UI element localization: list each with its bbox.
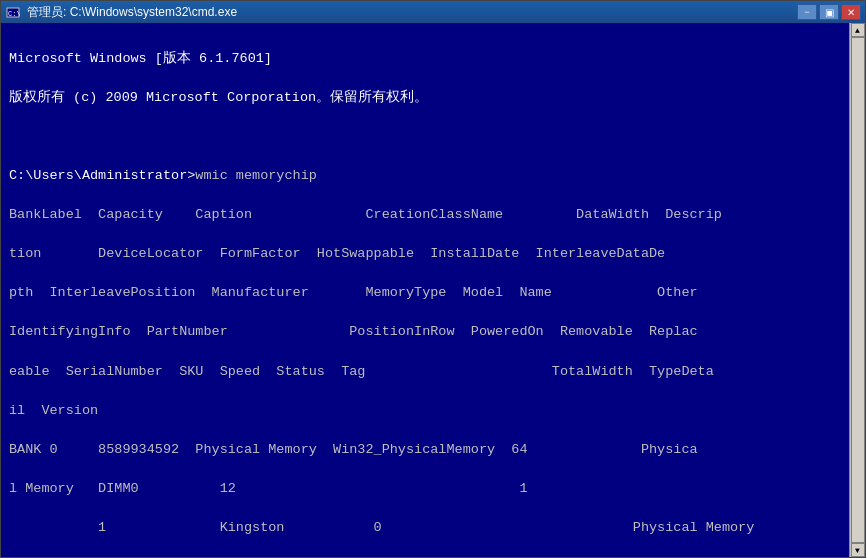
restore-button[interactable]: ▣ [819, 4, 839, 20]
line-3 [9, 127, 857, 147]
app-icon: C:\ [5, 4, 21, 20]
line-11: BANK 0 8589934592 Physical Memory Win32_… [9, 440, 857, 460]
minimize-button[interactable]: － [797, 4, 817, 20]
scroll-down-arrow[interactable]: ▼ [851, 543, 865, 557]
line-5: BankLabel Capacity Caption CreationClass… [9, 205, 857, 225]
close-button[interactable]: ✕ [841, 4, 861, 20]
console-output: Microsoft Windows [版本 6.1.7601] 版权所有 (c)… [9, 29, 857, 557]
scrollbar-track: ▲ ▼ [850, 23, 865, 557]
scroll-up-arrow[interactable]: ▲ [851, 23, 865, 37]
line-10: il Version [9, 401, 857, 421]
scroll-thumb[interactable] [851, 37, 865, 543]
window-controls: － ▣ ✕ [797, 4, 861, 20]
line-2: 版权所有 (c) 2009 Microsoft Corporation。保留所有… [9, 88, 857, 108]
line-1: Microsoft Windows [版本 6.1.7601] [9, 49, 857, 69]
window-title: 管理员: C:\Windows\system32\cmd.exe [27, 4, 791, 21]
title-bar: C:\ 管理员: C:\Windows\system32\cmd.exe － ▣… [1, 1, 865, 23]
line-4: C:\Users\Administrator>wmic memorychip [9, 166, 857, 186]
line-7: pth InterleavePosition Manufacturer Memo… [9, 283, 857, 303]
line-8: IdentifyingInfo PartNumber PositionInRow… [9, 322, 857, 342]
scrollbar[interactable]: ▲ ▼ [849, 23, 865, 557]
console-area[interactable]: Microsoft Windows [版本 6.1.7601] 版权所有 (c)… [1, 23, 865, 557]
line-9: eable SerialNumber SKU Speed Status Tag … [9, 362, 857, 382]
svg-text:C:\: C:\ [8, 10, 20, 18]
line-6: tion DeviceLocator FormFactor HotSwappab… [9, 244, 857, 264]
line-12: l Memory DIMM0 12 1 [9, 479, 857, 499]
cmd-window: C:\ 管理员: C:\Windows\system32\cmd.exe － ▣… [0, 0, 866, 558]
line-13: 1 Kingston 0 Physical Memory [9, 518, 857, 538]
